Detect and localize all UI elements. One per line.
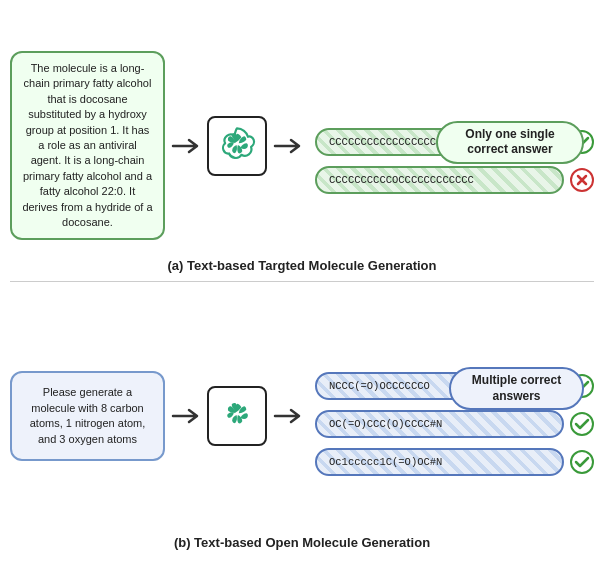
bottom-arrow2: [273, 406, 303, 426]
top-logo-box: [207, 116, 267, 176]
top-arrow: [171, 136, 201, 156]
bottom-cloud-bubble: Multiple correct answers: [449, 367, 584, 410]
bottom-answers-area: Multiple correct answers NCCC(=O)OCCCCCC…: [315, 367, 594, 481]
bottom-answer-pill-3: Oc1ccccc1C(=O)OC#N: [315, 448, 564, 476]
top-arrow2: [273, 136, 303, 156]
top-description-box: The molecule is a long-chain primary fat…: [10, 51, 165, 240]
bottom-section: Please generate a molecule with 8 carbon…: [10, 286, 594, 555]
bottom-content: Please generate a molecule with 8 carbon…: [10, 286, 594, 534]
bottom-description-box: Please generate a molecule with 8 carbon…: [10, 371, 165, 461]
correct-icon-b3: [570, 450, 594, 474]
svg-point-4: [571, 451, 593, 473]
section-divider: [10, 281, 594, 282]
bottom-answer-row-3: Oc1ccccc1C(=O)OC#N: [315, 448, 594, 476]
wrong-icon-1: [570, 168, 594, 192]
top-section-label: (a) Text-based Targted Molecule Generati…: [10, 258, 594, 273]
bottom-cloud-text: Multiple correct answers: [472, 373, 561, 403]
correct-icon-b2: [570, 412, 594, 436]
bottom-description-text: Please generate a molecule with 8 carbon…: [22, 385, 153, 447]
top-section: The molecule is a long-chain primary fat…: [10, 8, 594, 277]
bottom-smiles-2: OC(=O)CCC(O)CCCC#N: [329, 418, 442, 430]
bottom-answer-pill-2: OC(=O)CCC(O)CCCC#N: [315, 410, 564, 438]
bottom-section-label: (b) Text-based Open Molecule Generation: [10, 535, 594, 550]
bottom-smiles-1: NCCC(=O)OCCCCCCO: [329, 380, 430, 392]
top-smiles-2: CCCCCCCCCCOCCCCCCCCCCCC: [329, 174, 474, 186]
top-answer-pill-2: CCCCCCCCCCOCCCCCCCCCCCC: [315, 166, 564, 194]
main-container: The molecule is a long-chain primary fat…: [0, 0, 604, 562]
bottom-answer-row-2: OC(=O)CCC(O)CCCC#N: [315, 410, 594, 438]
bottom-logo-box: [207, 386, 267, 446]
top-cloud-bubble: Only one single correct answer: [436, 121, 584, 164]
bottom-arrow: [171, 406, 201, 426]
svg-point-3: [571, 413, 593, 435]
top-cloud-text: Only one single correct answer: [465, 127, 554, 157]
bottom-smiles-3: Oc1ccccc1C(=O)OC#N: [329, 456, 442, 468]
top-description-text: The molecule is a long-chain primary fat…: [22, 61, 153, 230]
top-answers-area: Only one single correct answer CCCCCCCCC…: [315, 123, 594, 199]
top-content: The molecule is a long-chain primary fat…: [10, 8, 594, 256]
top-answer-row-2: CCCCCCCCCCOCCCCCCCCCCCC: [315, 166, 594, 194]
